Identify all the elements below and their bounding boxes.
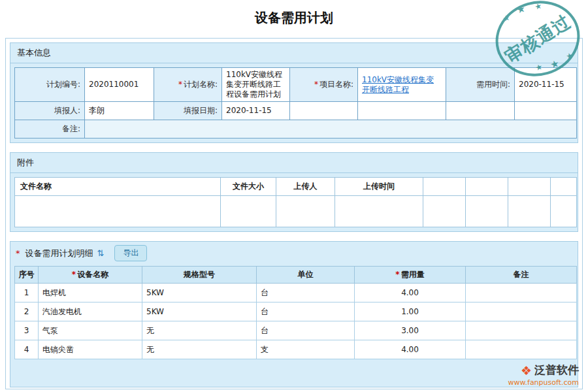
cell-no: 4 [15,340,39,359]
label-text: 项目名称: [319,80,353,89]
cell-name: 电镐尖凿 [39,340,142,359]
cell-qty: 4.00 [355,340,466,359]
empty-cell [466,196,508,227]
sort-icon[interactable]: ⇅ [97,248,105,258]
empty-cell [515,102,577,120]
cell-remark [466,340,577,359]
detail-section: * 设备需用计划明细 ⇅ 导出 序号 *设备名称 规格型号 单位 *需用量 备注 [10,241,578,387]
remark-header: 备注 [466,267,577,284]
cell-spec: 5KW [142,302,257,321]
filler-value: 李朗 [85,102,154,120]
plan-name-value: 110kV安徽线程集变开断线路工程设备需用计划 [222,68,290,102]
unit-header: 单位 [257,267,355,284]
plan-no-value: 2020110001 [85,68,154,102]
file-size-header: 文件大小 [221,178,276,196]
basic-info-section-title: 基本信息 [10,43,578,63]
empty-cell [508,196,551,227]
label-text: 计划编号: [46,80,80,89]
attachments-section-title: 附件 [10,153,578,173]
detail-header-row: 序号 *设备名称 规格型号 单位 *需用量 备注 [15,267,577,284]
cell-no: 2 [15,302,39,321]
cell-unit: 台 [257,321,355,340]
label-text: 填报人: [54,106,80,115]
brand-name: 泛普软件 [534,363,579,378]
detail-filler [14,359,574,383]
cell-spec: 5KW [142,284,257,302]
empty-cell [551,178,577,196]
remark-value [85,120,577,139]
project-name-label: *项目名称: [290,68,358,102]
upload-time-header: 上传时间 [335,178,423,196]
cell-remark [466,321,577,340]
empty-cell [551,196,577,227]
project-link[interactable]: 110kV安徽线程集变开断线路工程 [362,75,434,94]
cell-unit: 支 [257,340,355,359]
attachments-header-row: 文件名称 文件大小 上传人 上传时间 [15,178,577,196]
table-row: 填报人: 李朗 填报日期: 2020-11-15 [15,102,577,120]
cell-name: 气泵 [39,321,142,340]
cell-spec: 无 [142,340,257,359]
cell-qty: 1.00 [355,302,466,321]
equipment-name-header: *设备名称 [39,267,142,284]
empty-cell [446,102,515,120]
plan-no-label: 计划编号: [15,68,85,102]
basic-info-section: 基本信息 计划编号: 2020110001 *计划名称: 110kV安徽线程集变… [10,42,578,143]
empty-cell [290,102,358,120]
table-row: 3 气泵 无 台 3.00 [15,321,577,340]
empty-cell [276,196,335,227]
empty-cell [221,196,276,227]
uploader-header: 上传人 [276,178,335,196]
cell-name: 汽油发电机 [39,302,142,321]
cell-name: 电焊机 [39,284,142,302]
attachments-table: 文件名称 文件大小 上传人 上传时间 [14,177,577,227]
spec-header: 规格型号 [142,267,257,284]
header-text: 需用量 [401,270,425,279]
cell-qty: 3.00 [355,321,466,340]
filler-label: 填报人: [15,102,85,120]
table-row: 备注: [15,120,577,139]
empty-cell [423,196,466,227]
label-text: 计划名称: [184,80,218,89]
page-title: 设备需用计划 [0,0,588,27]
header-text: 设备名称 [77,270,108,279]
brand-url[interactable]: www.fanpusoft.com [508,378,579,387]
table-row: 1 电焊机 5KW 台 4.00 [15,284,577,302]
fanpu-logo-icon: ❖ [521,363,532,378]
required-asterisk: * [16,248,20,258]
qty-header: *需用量 [355,267,466,284]
attachments-empty-row [15,196,577,227]
cell-unit: 台 [257,284,355,302]
plan-name-label: *计划名称: [154,68,222,102]
cell-unit: 台 [257,302,355,321]
cell-qty: 4.00 [355,284,466,302]
empty-cell [423,178,466,196]
attachments-section: 附件 文件名称 文件大小 上传人 上传时间 [10,152,578,232]
label-text: 填报日期: [184,106,218,115]
brand-footer: ❖ 泛普软件 www.fanpusoft.com [508,363,579,387]
required-asterisk: * [395,270,399,279]
detail-section-header: * 设备需用计划明细 ⇅ 导出 [10,242,578,266]
basic-info-table: 计划编号: 2020110001 *计划名称: 110kV安徽线程集变开断线路工… [14,67,577,139]
required-asterisk: * [178,80,182,89]
table-row: 2 汽油发电机 5KW 台 1.00 [15,302,577,321]
no-header: 序号 [15,267,39,284]
detail-table: 序号 *设备名称 规格型号 单位 *需用量 备注 1 电焊机 5KW 台 4.0… [14,266,577,359]
content-frame: 基本信息 计划编号: 2020110001 *计划名称: 110kV安徽线程集变… [5,38,583,389]
empty-cell [466,178,508,196]
cell-no: 1 [15,284,39,302]
export-button[interactable]: 导出 [114,245,147,261]
need-time-value: 2020-11-15 [515,68,577,102]
need-time-label: 需用时间: [446,68,515,102]
project-name-value: 110kV安徽线程集变开断线路工程 [358,68,446,102]
table-row: 计划编号: 2020110001 *计划名称: 110kV安徽线程集变开断线路工… [15,68,577,102]
table-row: 4 电镐尖凿 无 支 4.00 [15,340,577,359]
remark-label: 备注: [15,120,85,139]
file-name-header: 文件名称 [15,178,221,196]
detail-section-title: 设备需用计划明细 [25,248,93,259]
cell-remark [466,302,577,321]
required-asterisk: * [72,270,76,279]
cell-spec: 无 [142,321,257,340]
empty-cell [335,196,423,227]
fill-date-label: 填报日期: [154,102,222,120]
cell-no: 3 [15,321,39,340]
